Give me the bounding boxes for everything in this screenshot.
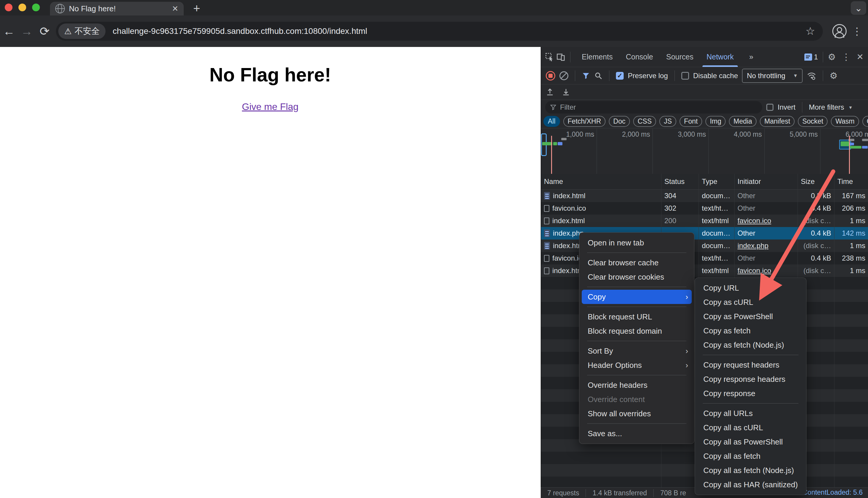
browser-toolbar: ← → ⟳ ⚠ 不安全 challenge-9c963175e759905d.s… (0, 15, 868, 47)
tab-elements[interactable]: Elements (575, 47, 619, 67)
submenu-item-copy-all-as-fetch[interactable]: Copy all as fetch (695, 449, 806, 463)
settings-gear-icon[interactable]: ⚙ (828, 52, 836, 62)
tab-close-icon[interactable]: ✕ (172, 4, 178, 13)
submenu-item-copy-all-as-fetch-node-js[interactable]: Copy all as fetch (Node.js) (695, 463, 806, 477)
submenu-item-copy-as-powershell[interactable]: Copy as PowerShell (695, 309, 806, 324)
give-me-flag-link[interactable]: Give me Flag (242, 101, 298, 112)
menu-item-label: Header Options (588, 361, 642, 370)
back-button[interactable]: ← (0, 25, 18, 38)
submenu-item-copy-request-headers[interactable]: Copy request headers (695, 358, 806, 372)
bookmark-star-icon[interactable]: ☆ (806, 25, 815, 37)
menu-item-override-headers[interactable]: Override headers (579, 378, 694, 392)
tab-network[interactable]: Network (700, 47, 740, 67)
submenu-item-copy-all-urls[interactable]: Copy all URLs (695, 406, 806, 420)
menu-item-save-as[interactable]: Save as... (579, 427, 694, 441)
filter-pill-other[interactable]: Other (862, 116, 868, 127)
preserve-log-checkbox[interactable]: ✓ (616, 72, 624, 80)
traffic-light-zoom[interactable] (32, 3, 40, 11)
filter-pill-js[interactable]: JS (659, 116, 676, 127)
forward-button[interactable]: → (18, 25, 36, 38)
more-filters-label[interactable]: More filters (809, 103, 844, 112)
divider (570, 52, 570, 62)
issues-counter[interactable]: 1 (804, 53, 818, 61)
submenu-item-copy-as-fetch-node-js[interactable]: Copy as fetch (Node.js) (695, 338, 806, 352)
submenu-item-copy-as-curl[interactable]: Copy as cURL (695, 295, 806, 309)
more-tabs-button[interactable]: » (742, 47, 760, 67)
menu-item-open-in-new-tab[interactable]: Open in new tab (579, 236, 694, 250)
column-header-initiator[interactable]: Initiator (735, 174, 798, 189)
inspect-element-icon[interactable] (545, 53, 554, 62)
filter-input[interactable]: Filter (545, 101, 762, 114)
submenu-item-copy-all-as-powershell[interactable]: Copy all as PowerShell (695, 435, 806, 449)
tab-search-button[interactable]: ⌄ (851, 1, 866, 15)
devtools-close-icon[interactable]: ✕ (857, 52, 864, 62)
filter-pill-manifest[interactable]: Manifest (760, 116, 794, 127)
menu-item-copy[interactable]: Copy› (582, 290, 692, 304)
initiator-cell[interactable]: favicon.ico (735, 214, 798, 227)
traffic-light-minimize[interactable] (18, 3, 26, 11)
filter-pill-img[interactable]: Img (705, 116, 726, 127)
submenu-item-copy-response-headers[interactable]: Copy response headers (695, 372, 806, 386)
request-name-cell[interactable]: favicon.ico (541, 202, 661, 214)
browser-tab[interactable]: No Flag here! ✕ (50, 2, 184, 15)
menu-item-clear-browser-cache[interactable]: Clear browser cache (579, 255, 694, 270)
filter-pill-wasm[interactable]: Wasm (831, 116, 859, 127)
network-conditions-icon[interactable] (807, 71, 816, 80)
network-settings-gear-icon[interactable]: ⚙ (830, 70, 838, 81)
tab-sources[interactable]: Sources (660, 47, 700, 67)
menu-item-show-all-overrides[interactable]: Show all overrides (579, 406, 694, 421)
menu-item-block-request-url[interactable]: Block request URL (579, 310, 694, 324)
menu-item-sort-by[interactable]: Sort By› (579, 344, 694, 358)
record-button[interactable] (546, 71, 555, 80)
request-name-cell[interactable]: index.html (541, 214, 661, 227)
column-header-time[interactable]: Time (834, 174, 868, 189)
menu-item-block-request-domain[interactable]: Block request domain (579, 324, 694, 338)
submenu-item-copy-all-as-har-sanitized[interactable]: Copy all as HAR (sanitized) (695, 477, 806, 492)
transferred-size: 1.4 kB transferred (586, 489, 654, 497)
column-header-status[interactable]: Status (661, 174, 699, 189)
filter-pill-font[interactable]: Font (679, 116, 702, 127)
menu-item-header-options[interactable]: Header Options› (579, 358, 694, 372)
throttling-dropdown[interactable]: No throttling ▼ (742, 69, 802, 83)
new-tab-button[interactable]: + (193, 2, 200, 14)
submenu-item-copy-all-as-curl[interactable]: Copy all as cURL (695, 420, 806, 435)
table-row[interactable]: index.html304docum…Other0.3 kB167 ms (541, 189, 868, 202)
timeline-overview[interactable]: 1,000 ms2,000 ms3,000 ms4,000 ms5,000 ms… (541, 129, 868, 174)
initiator-cell: Other (735, 252, 798, 264)
column-header-size[interactable]: Size (798, 174, 834, 189)
filter-pill-socket[interactable]: Socket (798, 116, 828, 127)
traffic-light-close[interactable] (5, 3, 12, 11)
profile-avatar[interactable] (832, 24, 846, 38)
column-header-type[interactable]: Type (699, 174, 735, 189)
import-har-icon[interactable] (546, 88, 554, 96)
filter-funnel-icon[interactable] (582, 71, 590, 80)
submenu-item-copy-as-fetch[interactable]: Copy as fetch (695, 324, 806, 338)
url-text[interactable]: challenge-9c963175e759905d.sandbox.ctfhu… (113, 26, 367, 36)
export-har-icon[interactable] (562, 88, 570, 96)
initiator-cell[interactable]: index.php (735, 239, 798, 252)
address-bar[interactable]: ⚠ 不安全 challenge-9c963175e759905d.sandbox… (56, 22, 823, 41)
submenu-item-copy-response[interactable]: Copy response (695, 386, 806, 401)
disable-cache-checkbox[interactable] (681, 72, 689, 80)
search-icon[interactable] (594, 71, 603, 80)
filter-pill-doc[interactable]: Doc (609, 116, 630, 127)
invert-checkbox[interactable] (766, 104, 774, 111)
devtools-kebab-icon[interactable]: ⋮ (842, 52, 851, 62)
browser-menu-kebab-icon[interactable]: ⋮ (852, 25, 862, 37)
reload-button[interactable]: ⟳ (36, 24, 53, 38)
table-row[interactable]: favicon.ico302text/ht…Other0.4 kB206 ms (541, 202, 868, 214)
security-badge[interactable]: ⚠ 不安全 (58, 24, 105, 39)
menu-item-clear-browser-cookies[interactable]: Clear browser cookies (579, 270, 694, 284)
column-header-name[interactable]: Name (541, 174, 661, 189)
filter-pill-css[interactable]: CSS (633, 116, 656, 127)
filter-pill-fetchxhr[interactable]: Fetch/XHR (563, 116, 606, 127)
tab-console[interactable]: Console (619, 47, 660, 67)
table-row[interactable]: index.html200text/htmlfavicon.ico(disk c… (541, 214, 868, 227)
device-toolbar-icon[interactable] (556, 53, 566, 62)
request-name-cell[interactable]: index.html (541, 189, 661, 202)
filter-pill-all[interactable]: All (543, 116, 560, 127)
initiator-cell[interactable]: favicon.ico (735, 264, 798, 277)
clear-log-icon[interactable] (559, 71, 568, 80)
submenu-item-copy-url[interactable]: Copy URL (695, 281, 806, 295)
filter-pill-media[interactable]: Media (729, 116, 756, 127)
